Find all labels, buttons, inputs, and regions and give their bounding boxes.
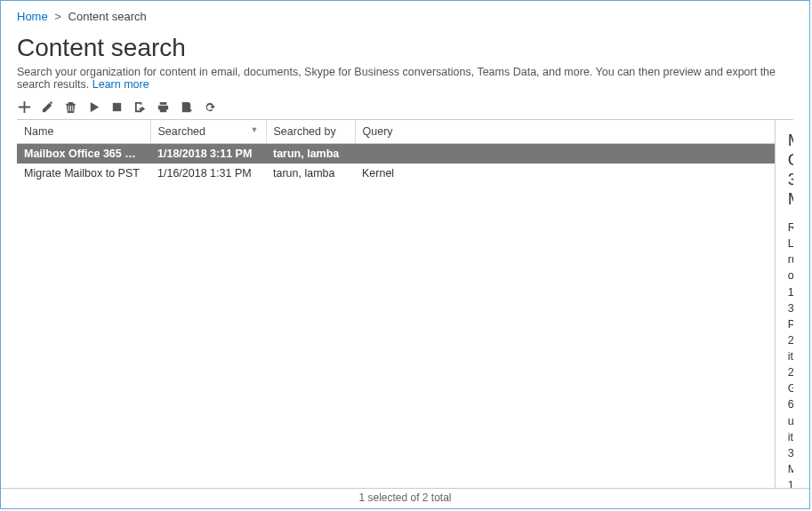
- table-row[interactable]: Mailbox Office 365 Migrati... 1/18/2018 …: [17, 144, 775, 164]
- learn-more-link[interactable]: Learn more: [92, 78, 149, 91]
- add-icon[interactable]: [17, 100, 31, 114]
- toolbar: [17, 100, 793, 114]
- print-icon[interactable]: [156, 100, 170, 114]
- col-searched-by[interactable]: Searched by: [266, 120, 355, 144]
- breadcrumb: Home > Content search: [17, 6, 793, 27]
- report-icon[interactable]: [179, 100, 193, 114]
- svg-rect-0: [112, 102, 120, 110]
- breadcrumb-home[interactable]: Home: [17, 10, 48, 23]
- edit-icon[interactable]: [40, 100, 54, 114]
- table-row[interactable]: Migrate Mailbox to PST 1/16/2018 1:31 PM…: [17, 164, 775, 183]
- sort-arrow-icon: ▼: [251, 125, 259, 134]
- search-table: Name Searched▼ Searched by Query Mailbox…: [17, 120, 775, 183]
- page-title: Content search: [17, 34, 793, 62]
- col-query[interactable]: Query: [355, 120, 775, 144]
- export-icon[interactable]: [133, 100, 147, 114]
- col-name[interactable]: Name: [17, 120, 150, 144]
- col-searched[interactable]: Searched▼: [150, 120, 266, 144]
- page-subtitle: Search your organization for content in …: [17, 66, 793, 91]
- delete-icon[interactable]: [63, 100, 77, 114]
- stop-icon[interactable]: [109, 100, 124, 114]
- breadcrumb-current: Content search: [68, 10, 147, 23]
- refresh-icon[interactable]: [202, 100, 216, 114]
- details-panel: Mailbox Office 365 Migration Results Las…: [775, 120, 793, 488]
- footer-status: 1 selected of 2 total: [1, 488, 809, 508]
- run-icon[interactable]: [86, 100, 100, 114]
- breadcrumb-separator: >: [54, 10, 61, 23]
